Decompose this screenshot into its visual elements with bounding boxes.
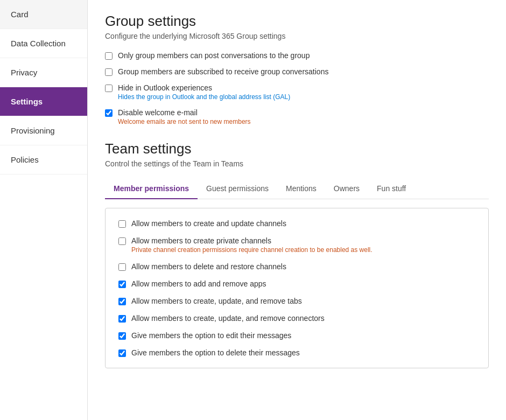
group-settings-subtitle: Configure the underlying Microsoft 365 G… [105,32,489,40]
checkbox-subscribed-conversations-input[interactable] [105,68,113,76]
perm-create-update-remove-tabs-label[interactable]: Allow members to create, update, and rem… [131,297,302,305]
sidebar-item-settings[interactable]: Settings [0,87,87,116]
perm-create-update-remove-connectors-input[interactable] [118,315,126,323]
perm-add-remove-apps-input[interactable] [118,281,126,288]
perm-add-remove-apps: Allow members to add and remove apps [118,279,475,288]
perm-create-update-remove-connectors-label[interactable]: Allow members to create, update, and rem… [131,314,325,323]
perm-delete-restore-channels-input[interactable] [118,263,126,271]
checkbox-disable-welcome-email-input[interactable] [105,109,113,117]
perm-create-update-channels-label[interactable]: Allow members to create and update chann… [131,219,286,228]
checkbox-hide-outlook: Hide in Outlook experiences Hides the gr… [105,83,489,101]
checkbox-subscribed-conversations-label[interactable]: Group members are subscribed to receive … [118,67,328,76]
perm-create-private-channels-input[interactable] [118,237,126,245]
sidebar-item-privacy[interactable]: Privacy [0,58,87,87]
tab-member-permissions[interactable]: Member permissions [105,179,198,199]
perm-edit-messages-input[interactable] [118,332,126,340]
team-settings-section: Team settings Control the settings of th… [105,141,489,368]
perm-create-private-channels-label[interactable]: Allow members to create private channels [131,236,271,245]
checkbox-disable-welcome-email-note: Welcome emails are not sent to new membe… [118,118,251,125]
team-settings-tabs: Member permissions Guest permissions Men… [105,179,489,199]
sidebar-item-policies[interactable]: Policies [0,145,87,174]
tab-fun-stuff[interactable]: Fun stuff [368,179,414,199]
tab-owners[interactable]: Owners [325,179,368,199]
perm-create-update-channels-input[interactable] [118,220,126,228]
tab-mentions[interactable]: Mentions [277,179,325,199]
perm-delete-messages-label[interactable]: Give members the option to delete their … [131,348,300,357]
perm-create-private-channels: Allow members to create private channels… [118,236,475,254]
perm-delete-restore-channels: Allow members to delete and restore chan… [118,262,475,271]
perm-create-update-channels: Allow members to create and update chann… [118,219,475,228]
sidebar-item-card[interactable]: Card [0,0,87,29]
group-settings-section: Group settings Configure the underlying … [105,13,489,125]
group-settings-title: Group settings [105,13,489,30]
checkbox-only-members-post: Only group members can post conversation… [105,51,489,60]
checkbox-hide-outlook-note: Hides the group in Outlook and the globa… [118,93,290,101]
team-settings-title: Team settings [105,141,489,157]
perm-create-private-channels-note: Private channel creation permissions req… [131,246,373,254]
perm-edit-messages-label[interactable]: Give members the option to edit their me… [131,331,291,340]
perm-create-update-remove-tabs-input[interactable] [118,298,126,305]
perm-delete-messages: Give members the option to delete their … [118,348,475,357]
perm-create-update-remove-tabs: Allow members to create, update, and rem… [118,297,475,305]
sidebar-item-data-collection[interactable]: Data Collection [0,29,87,58]
perm-delete-restore-channels-label[interactable]: Allow members to delete and restore chan… [131,262,286,271]
checkbox-subscribed-conversations: Group members are subscribed to receive … [105,67,489,76]
perm-add-remove-apps-label[interactable]: Allow members to add and remove apps [131,279,266,288]
checkbox-disable-welcome-email: Disable welcome e-mail Welcome emails ar… [105,108,489,125]
checkbox-only-members-post-input[interactable] [105,52,113,60]
perm-create-update-remove-connectors: Allow members to create, update, and rem… [118,314,475,323]
checkbox-only-members-post-label[interactable]: Only group members can post conversation… [118,51,310,60]
checkbox-hide-outlook-input[interactable] [105,85,113,92]
perm-edit-messages: Give members the option to edit their me… [118,331,475,340]
checkbox-disable-welcome-email-label[interactable]: Disable welcome e-mail [118,108,198,117]
member-permissions-box: Allow members to create and update chann… [105,208,489,368]
team-settings-subtitle: Control the settings of the Team in Team… [105,159,489,168]
perm-delete-messages-input[interactable] [118,349,126,357]
main-content: Group settings Configure the underlying … [88,0,506,420]
sidebar: Card Data Collection Privacy Settings Pr… [0,0,88,420]
checkbox-hide-outlook-label[interactable]: Hide in Outlook experiences [118,83,212,92]
sidebar-item-provisioning[interactable]: Provisioning [0,116,87,145]
tab-guest-permissions[interactable]: Guest permissions [198,179,277,199]
